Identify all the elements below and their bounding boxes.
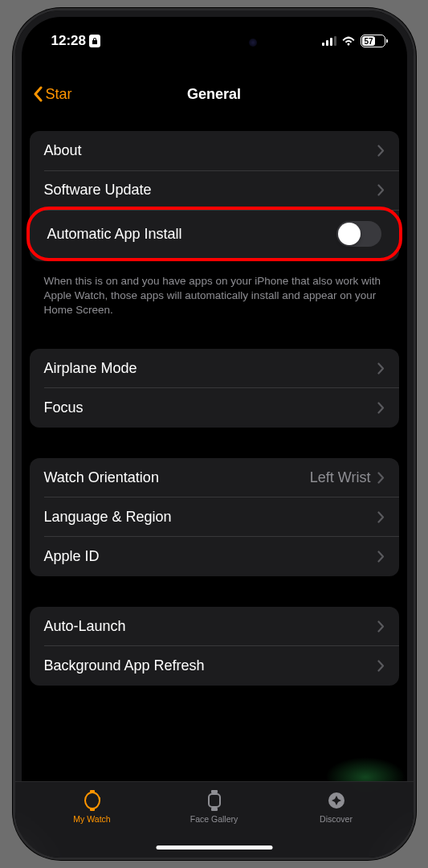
section-footer: When this is on and you have apps on you… (30, 268, 399, 318)
svg-point-0 (85, 792, 100, 809)
row-software-update[interactable]: Software Update (30, 170, 399, 210)
row-label: Focus (44, 399, 84, 416)
discover-icon (326, 790, 347, 811)
row-label: Apple ID (44, 548, 100, 565)
back-label: Star (46, 86, 72, 103)
chevron-right-icon (377, 184, 385, 196)
status-time: 12:28 (51, 33, 100, 49)
row-language-region[interactable]: Language & Region (30, 497, 399, 537)
tab-my-watch[interactable]: My Watch (31, 790, 152, 858)
chevron-right-icon (377, 620, 385, 633)
time-label: 12:28 (51, 33, 86, 49)
tab-discover[interactable]: Discover (275, 790, 396, 858)
chevron-right-icon (377, 402, 385, 414)
settings-content[interactable]: About Software Update Automatic App Inst… (15, 131, 414, 781)
row-label: Software Update (44, 182, 152, 199)
row-label: About (44, 142, 82, 159)
svg-rect-4 (209, 794, 220, 807)
chevron-right-icon (377, 472, 385, 484)
row-background-refresh[interactable]: Background App Refresh (30, 646, 399, 686)
row-label: Background App Refresh (44, 657, 205, 674)
chevron-right-icon (377, 660, 385, 672)
page-title: General (187, 86, 241, 103)
dynamic-island (162, 28, 267, 57)
status-indicators: 57 (322, 35, 385, 47)
row-label: Airplane Mode (44, 360, 137, 377)
portrait-lock-icon (89, 35, 100, 47)
toggle-knob (338, 223, 361, 245)
chevron-right-icon (377, 551, 385, 563)
svg-rect-1 (90, 790, 95, 793)
tab-label: Discover (320, 814, 353, 824)
tab-label: Face Gallery (190, 814, 238, 824)
row-auto-launch[interactable]: Auto-Launch (30, 607, 399, 646)
chevron-right-icon (377, 511, 385, 523)
home-indicator[interactable] (156, 845, 272, 850)
chevron-right-icon (377, 362, 385, 375)
cellular-icon (322, 36, 336, 46)
face-gallery-icon (204, 790, 225, 811)
battery-level: 57 (365, 36, 373, 45)
svg-rect-2 (90, 808, 95, 811)
row-apple-id[interactable]: Apple ID (30, 537, 399, 576)
section-watch-settings: Watch Orientation Left Wrist Language & … (30, 458, 399, 576)
row-about[interactable]: About (30, 131, 399, 170)
back-button[interactable]: Star (33, 86, 72, 103)
row-label: Watch Orientation (44, 469, 159, 486)
phone-frame: 12:28 57 Star General Ab (13, 8, 416, 860)
row-label: Auto-Launch (44, 618, 126, 635)
row-watch-orientation[interactable]: Watch Orientation Left Wrist (30, 458, 399, 497)
row-airplane-mode[interactable]: Airplane Mode (30, 349, 399, 388)
section-general: About Software Update Automatic App Inst… (30, 131, 399, 261)
navigation-bar: Star General (15, 75, 414, 113)
row-value: Left Wrist (310, 469, 371, 486)
section-modes: Airplane Mode Focus (30, 349, 399, 428)
chevron-left-icon (33, 86, 43, 102)
watch-icon (82, 790, 103, 811)
toggle-auto-install[interactable] (336, 221, 381, 247)
row-focus[interactable]: Focus (30, 388, 399, 428)
wifi-icon (341, 35, 356, 46)
battery-icon: 57 (361, 35, 385, 47)
row-automatic-app-install[interactable]: Automatic App Install (26, 207, 402, 261)
chevron-right-icon (377, 145, 385, 157)
svg-rect-5 (211, 790, 218, 793)
svg-rect-3 (99, 797, 100, 801)
tab-label: My Watch (73, 814, 110, 824)
row-label: Language & Region (44, 509, 172, 526)
row-label: Automatic App Install (47, 226, 182, 243)
svg-rect-6 (211, 808, 218, 811)
section-apps: Auto-Launch Background App Refresh (30, 607, 399, 686)
